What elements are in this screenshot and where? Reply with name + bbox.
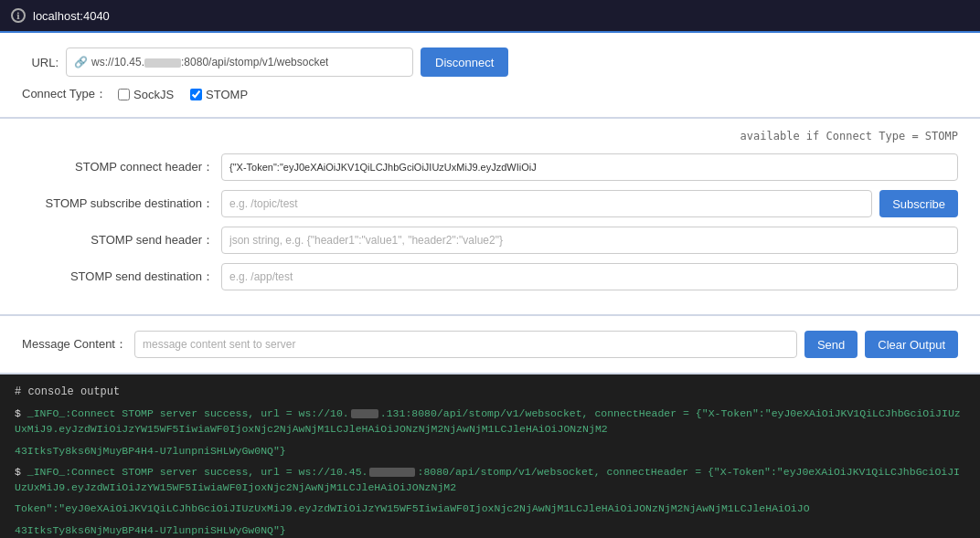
- title-bar-url: localhost:4040: [33, 9, 110, 23]
- stomp-send-dest-input[interactable]: [221, 263, 958, 290]
- console-line-4: Token":"eyJ0eXAiOiJKV1QiLCJhbGciOiJIUzUx…: [15, 501, 965, 516]
- stomp-checkbox-group: STOMP: [190, 88, 248, 101]
- clear-output-button[interactable]: Clear Output: [865, 331, 958, 358]
- sockjs-checkbox[interactable]: [118, 89, 130, 100]
- link-icon: 🔗: [74, 56, 88, 69]
- console-prompt-2: $: [15, 466, 27, 478]
- stomp-hint: available if Connect Type = STOMP: [22, 130, 958, 142]
- stomp-subscribe-row: STOMP subscribe destination： Subscribe: [22, 190, 958, 217]
- url-input-wrapper: 🔗 ws://10.45.:8080/api/stomp/v1/websocke…: [66, 47, 413, 77]
- stomp-label[interactable]: STOMP: [206, 88, 248, 101]
- url-row: URL: 🔗 ws://10.45.:8080/api/stomp/v1/web…: [22, 47, 958, 77]
- sockjs-label[interactable]: SockJS: [133, 88, 174, 101]
- title-bar: ℹ localhost:4040: [0, 0, 980, 33]
- console-line-1: $ _INFO_:Connect STOMP server success, u…: [15, 406, 965, 438]
- stomp-connect-header-label: STOMP connect header：: [22, 159, 214, 175]
- console-continuation-1: 43ItksTy8ks6NjMuyBP4H4-U7lunpniSHLWyGw0N…: [15, 445, 286, 457]
- console-prompt-1: $: [15, 407, 27, 419]
- stomp-checkbox[interactable]: [190, 89, 202, 100]
- console-mask-2: [369, 468, 415, 477]
- stomp-subscribe-label: STOMP subscribe destination：: [22, 195, 214, 212]
- url-section: URL: 🔗 ws://10.45.:8080/api/stomp/v1/web…: [0, 33, 980, 119]
- url-mask: [144, 58, 181, 68]
- stomp-subscribe-input[interactable]: [221, 190, 872, 217]
- message-content-label: Message Content：: [22, 336, 127, 353]
- stomp-connect-header-row: STOMP connect header：: [22, 153, 958, 181]
- connect-type-row: Connect Type： SockJS STOMP: [22, 86, 958, 102]
- connect-type-label: Connect Type：: [22, 86, 107, 102]
- stomp-send-header-row: STOMP send header：: [22, 227, 958, 254]
- message-section: Message Content： Send Clear Output: [0, 316, 980, 374]
- subscribe-button[interactable]: Subscribe: [879, 190, 958, 217]
- console-header: # console output: [15, 385, 965, 398]
- message-row: Message Content： Send Clear Output: [22, 331, 958, 358]
- message-content-input[interactable]: [134, 331, 797, 358]
- stomp-send-dest-row: STOMP send destination：: [22, 263, 958, 290]
- url-display: ws://10.45.:8080/api/stomp/v1/websocket: [91, 56, 328, 69]
- console-continuation-3: 43ItksTy8ks6NjMuyBP4H4-U7lunpniSHLWyGw0N…: [15, 524, 286, 536]
- console-continuation-2: Token":"eyJ0eXAiOiJKV1QiLCJhbGciOiJIUzUx…: [15, 502, 810, 514]
- stomp-send-header-label: STOMP send header：: [22, 232, 214, 248]
- console-section: # console output $ _INFO_:Connect STOMP …: [0, 374, 980, 538]
- url-label: URL:: [22, 56, 59, 69]
- console-text-2: _INFO_:Connect STOMP server success, url…: [15, 466, 960, 493]
- send-button[interactable]: Send: [804, 331, 858, 358]
- console-line-2: 43ItksTy8ks6NjMuyBP4H4-U7lunpniSHLWyGw0N…: [15, 443, 965, 459]
- sockjs-checkbox-group: SockJS: [118, 88, 174, 101]
- info-icon: ℹ: [11, 8, 26, 23]
- console-text-1: _INFO_:Connect STOMP server success, url…: [15, 407, 961, 435]
- stomp-send-dest-label: STOMP send destination：: [22, 269, 214, 285]
- stomp-send-header-input[interactable]: [221, 227, 958, 254]
- console-line-3: $ _INFO_:Connect STOMP server success, u…: [15, 464, 965, 496]
- main-content: URL: 🔗 ws://10.45.:8080/api/stomp/v1/web…: [0, 33, 980, 538]
- disconnect-button[interactable]: Disconnect: [421, 47, 508, 77]
- stomp-connect-header-input[interactable]: [221, 153, 958, 181]
- console-mask-1: [351, 409, 378, 418]
- stomp-section: available if Connect Type = STOMP STOMP …: [0, 119, 980, 316]
- console-line-5: 43ItksTy8ks6NjMuyBP4H4-U7lunpniSHLWyGw0N…: [15, 522, 965, 538]
